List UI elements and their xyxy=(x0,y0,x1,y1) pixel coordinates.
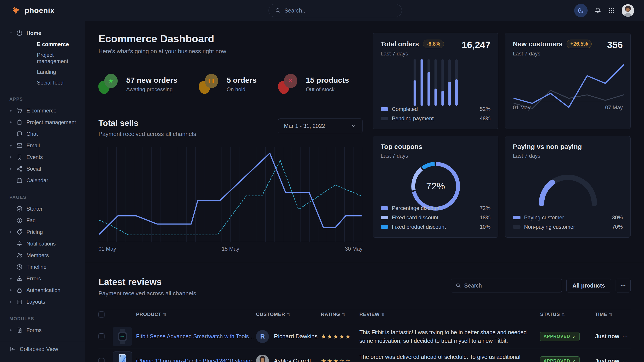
sidebar-item-calendar[interactable]: Calendar xyxy=(0,175,85,186)
sidebar-item-social[interactable]: Social xyxy=(0,163,85,175)
row-menu-button[interactable]: ⋯ xyxy=(620,333,630,340)
legend-swatch xyxy=(513,216,520,219)
legend-value: 52% xyxy=(480,106,490,112)
reviews-search[interactable] xyxy=(451,279,562,293)
paying-card: Paying vs non paying Last 7 days Paying … xyxy=(505,136,630,238)
sidebar-item-email[interactable]: Email xyxy=(0,140,85,151)
legend-swatch xyxy=(381,206,388,210)
sort-icon: ⇅ xyxy=(342,312,346,317)
axis-label: 01 May xyxy=(98,246,116,252)
sidebar-item-e-commerce[interactable]: E commerce xyxy=(0,105,85,116)
sidebar-item-errors[interactable]: Errors xyxy=(0,273,85,284)
search-input[interactable] xyxy=(284,7,396,14)
global-search[interactable] xyxy=(268,4,402,17)
sidebar-item-notifications[interactable]: Notifications xyxy=(0,238,85,250)
new-customers-x-axis: 01 May 07 May xyxy=(513,101,623,111)
legend-label: Fixed product discount xyxy=(392,224,446,230)
card-period: Last 7 days xyxy=(513,153,623,159)
caret-right-icon xyxy=(10,277,12,280)
paying-gauge-chart xyxy=(534,170,602,207)
row-menu-button[interactable]: ⋯ xyxy=(620,358,630,362)
sidebar-subitem-landing[interactable]: Landing xyxy=(0,67,85,77)
apps-grid-button[interactable] xyxy=(608,7,615,14)
select-all-checkbox[interactable] xyxy=(98,312,104,318)
order-bar xyxy=(448,59,451,106)
tag-icon xyxy=(16,229,23,235)
theme-toggle-button[interactable] xyxy=(574,4,588,17)
sidebar-item-forms[interactable]: Forms xyxy=(0,325,85,335)
axis-label: 01 May xyxy=(513,104,530,111)
search-icon xyxy=(275,7,281,13)
column-header-product[interactable]: PRODUCT⇅ xyxy=(113,312,256,317)
sidebar-item-project-management[interactable]: Project management xyxy=(0,116,85,128)
column-header-customer[interactable]: CUSTOMER⇅ xyxy=(256,312,321,317)
sidebar-item-label: Members xyxy=(26,252,49,259)
dashboard-top: Ecommerce Dashboard Here's what's going … xyxy=(85,21,644,252)
notifications-button[interactable] xyxy=(594,7,602,14)
order-bar xyxy=(441,59,444,106)
sidebar-item-label: Home xyxy=(26,30,42,36)
row-checkbox[interactable] xyxy=(98,333,104,340)
date-range-select[interactable]: Mar 1 - 31, 2022 xyxy=(278,118,362,133)
total-sells-chart xyxy=(98,146,362,242)
sidebar-item-label: Chat xyxy=(26,131,38,137)
sidebar-item-chat[interactable]: Chat xyxy=(0,128,85,140)
stat-value: 57 new orders xyxy=(126,76,178,84)
column-header-status[interactable]: STATUS⇅ xyxy=(540,312,595,317)
sidebar-subitem-project-management[interactable]: Project management xyxy=(0,50,85,67)
total-sells-subtitle: Payment received across all channels xyxy=(98,131,196,137)
product-link[interactable]: iPhone 13 pro max-Pacific Blue-128GB sto… xyxy=(136,358,254,362)
sidebar-item-label: Timeline xyxy=(26,264,46,270)
legend-label: Completed xyxy=(392,106,418,112)
legend-row: Completed52% xyxy=(381,104,490,114)
row-checkbox[interactable] xyxy=(98,358,104,362)
sidebar-item-label: Project management xyxy=(26,119,76,125)
sidebar-item-timeline[interactable]: Timeline xyxy=(0,261,85,273)
collapse-view-button[interactable]: Collapsed View xyxy=(0,342,85,357)
sidebar-item-authentication[interactable]: Authentication xyxy=(0,284,85,296)
table-row[interactable]: iPhone 13 pro max-Pacific Blue-128GB sto… xyxy=(98,349,630,362)
cart-icon xyxy=(16,107,23,114)
caret-right-icon xyxy=(10,231,12,234)
sidebar-item-events[interactable]: Events xyxy=(0,151,85,163)
sidebar-item-home[interactable]: Home xyxy=(0,27,85,39)
column-header-rating[interactable]: RATING⇅ xyxy=(321,312,359,317)
user-avatar[interactable] xyxy=(622,4,634,17)
sidebar-item-faq[interactable]: Faq xyxy=(0,215,85,226)
x-icon: ✕ xyxy=(278,74,298,94)
brand[interactable]: phoenix xyxy=(0,6,85,15)
all-products-button[interactable]: All products xyxy=(566,279,611,293)
product-link[interactable]: Fitbit Sense Advanced Smartwatch with To… xyxy=(136,333,256,340)
sidebar-item-pricing[interactable]: Pricing xyxy=(0,226,85,238)
review-time: Just now xyxy=(595,333,620,340)
caret-down-icon xyxy=(10,31,12,35)
latest-reviews-section: Latest reviews Payment received across a… xyxy=(85,263,644,362)
legend-swatch xyxy=(381,107,388,111)
trend-badge: -6.8% xyxy=(423,39,444,48)
table-row[interactable]: 9:45Fitbit Sense Advanced Smartwatch wit… xyxy=(98,324,630,349)
reviews-search-input[interactable] xyxy=(464,282,557,289)
caret-right-icon xyxy=(10,156,12,159)
review-text: The order was delivered ahead of schedul… xyxy=(359,353,540,362)
sidebar-subitem-social-feed[interactable]: Social feed xyxy=(0,77,85,88)
review-text: This Fitbit is fantastic! I was trying t… xyxy=(359,328,540,345)
sidebar-item-label: Notifications xyxy=(26,241,56,247)
sidebar-item-starter[interactable]: Starter xyxy=(0,203,85,215)
legend-swatch xyxy=(381,216,388,219)
column-header-review[interactable]: REVIEW⇅ xyxy=(359,312,540,317)
reviews-menu-button[interactable]: ⋯ xyxy=(616,279,630,293)
lock-icon xyxy=(16,287,23,294)
layout-icon xyxy=(16,299,23,305)
column-header-time[interactable]: TIME⇅ xyxy=(595,312,620,317)
customer-name: Ashley Garrett xyxy=(274,358,311,362)
sidebar-item-label: Pricing xyxy=(26,229,43,235)
stat-sublabel: Awating processing xyxy=(126,86,178,93)
sidebar-subitem-e-commerce[interactable]: E commerce xyxy=(0,39,85,50)
sidebar-item-layouts[interactable]: Layouts xyxy=(0,296,85,308)
order-bar xyxy=(420,59,423,106)
sidebar-item-members[interactable]: Members xyxy=(0,250,85,261)
pause-icon: ❚❚ xyxy=(199,74,218,94)
legend-label: Paying customer xyxy=(524,214,564,221)
card-period: Last 7 days xyxy=(381,50,444,57)
top-coupons-card: Top coupons Last 7 days 72% Percentage d… xyxy=(373,136,498,238)
